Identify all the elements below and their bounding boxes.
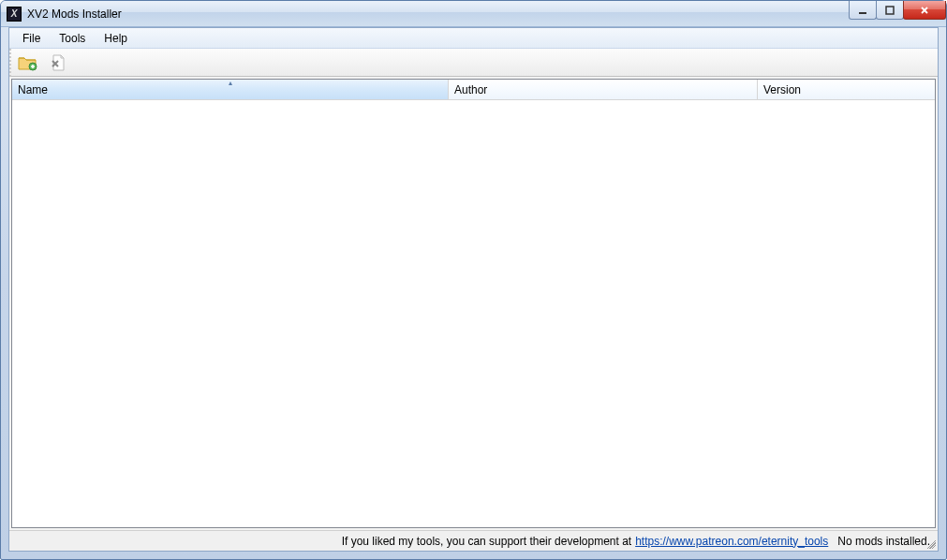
close-icon bbox=[919, 5, 930, 16]
menu-help[interactable]: Help bbox=[95, 30, 137, 47]
statusbar: If you liked my tools, you can support t… bbox=[9, 530, 938, 551]
window-title: XV2 Mods Installer bbox=[27, 7, 122, 21]
patreon-link[interactable]: https://www.patreon.com/eternity_tools bbox=[635, 535, 828, 548]
maximize-button[interactable] bbox=[876, 1, 904, 20]
toolbar bbox=[9, 49, 938, 77]
column-header-name[interactable]: Name ▴ bbox=[12, 80, 449, 99]
column-label-author: Author bbox=[454, 83, 487, 96]
sort-ascending-icon: ▴ bbox=[229, 79, 232, 87]
client-area: File Tools Help bbox=[8, 27, 939, 552]
list-body-empty bbox=[12, 100, 935, 527]
svg-rect-0 bbox=[859, 12, 866, 14]
window-frame: X XV2 Mods Installer File Tools Help bbox=[0, 0, 947, 560]
minimize-button[interactable] bbox=[849, 1, 877, 20]
svg-rect-1 bbox=[886, 7, 894, 14]
titlebar[interactable]: X XV2 Mods Installer bbox=[1, 1, 946, 27]
menu-file[interactable]: File bbox=[13, 30, 50, 47]
column-header-author[interactable]: Author bbox=[449, 80, 758, 99]
column-headers: Name ▴ Author Version bbox=[12, 80, 935, 100]
menu-tools[interactable]: Tools bbox=[50, 30, 95, 47]
maximize-icon bbox=[884, 5, 895, 16]
uninstall-mod-button[interactable] bbox=[47, 52, 69, 74]
mods-listview[interactable]: Name ▴ Author Version bbox=[11, 79, 936, 528]
file-delete-icon bbox=[49, 53, 67, 72]
status-support-text: If you liked my tools, you can support t… bbox=[342, 535, 632, 548]
column-label-name: Name bbox=[18, 83, 48, 96]
column-label-version: Version bbox=[763, 83, 801, 96]
resize-grip[interactable] bbox=[925, 538, 936, 549]
minimize-icon bbox=[857, 5, 868, 16]
status-mods-count: No mods installed. bbox=[837, 535, 930, 548]
app-icon: X bbox=[7, 7, 22, 22]
install-mod-button[interactable] bbox=[17, 52, 39, 74]
column-header-version[interactable]: Version bbox=[758, 80, 935, 99]
close-button[interactable] bbox=[903, 1, 946, 20]
menubar: File Tools Help bbox=[9, 28, 938, 49]
folder-add-icon bbox=[18, 54, 38, 71]
window-controls bbox=[850, 1, 946, 20]
